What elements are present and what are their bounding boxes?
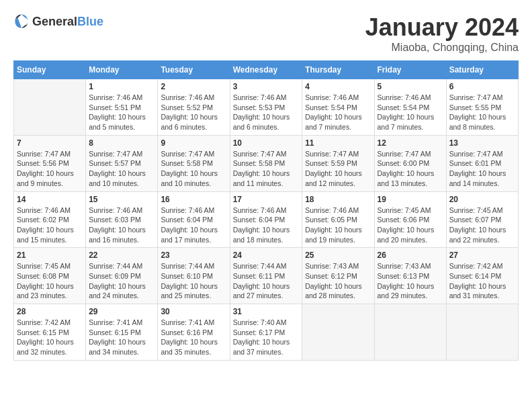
logo-icon <box>13 13 30 30</box>
calendar-cell: 12Sunrise: 7:47 AMSunset: 6:00 PMDayligh… <box>374 135 446 191</box>
calendar-cell: 23Sunrise: 7:44 AMSunset: 6:10 PMDayligh… <box>158 248 230 304</box>
day-info: Sunrise: 7:46 AMSunset: 5:53 PMDaylight:… <box>233 93 300 132</box>
week-row-5: 28Sunrise: 7:42 AMSunset: 6:15 PMDayligh… <box>14 304 519 361</box>
day-number: 16 <box>161 195 226 204</box>
day-info: Sunrise: 7:46 AMSunset: 5:51 PMDaylight:… <box>89 93 154 132</box>
day-number: 7 <box>17 138 83 148</box>
day-info: Sunrise: 7:46 AMSunset: 5:52 PMDaylight:… <box>161 93 226 132</box>
col-wednesday: Wednesday <box>230 61 302 79</box>
calendar-cell: 31Sunrise: 7:40 AMSunset: 6:17 PMDayligh… <box>230 304 302 361</box>
day-number: 14 <box>17 195 83 204</box>
calendar-cell: 30Sunrise: 7:41 AMSunset: 6:16 PMDayligh… <box>158 304 230 361</box>
day-info: Sunrise: 7:43 AMSunset: 6:13 PMDaylight:… <box>378 261 443 301</box>
calendar-cell <box>446 304 518 361</box>
day-number: 11 <box>305 138 371 148</box>
day-info: Sunrise: 7:40 AMSunset: 6:17 PMDaylight:… <box>233 318 300 357</box>
day-info: Sunrise: 7:45 AMSunset: 6:07 PMDaylight:… <box>449 205 515 245</box>
calendar-cell: 26Sunrise: 7:43 AMSunset: 6:13 PMDayligh… <box>374 248 446 304</box>
calendar-cell <box>302 304 374 361</box>
logo-general: General <box>32 15 77 28</box>
day-number: 18 <box>305 195 371 204</box>
day-number: 1 <box>89 82 154 91</box>
day-info: Sunrise: 7:47 AMSunset: 5:58 PMDaylight:… <box>161 149 226 189</box>
calendar-cell: 11Sunrise: 7:47 AMSunset: 5:59 PMDayligh… <box>302 135 374 191</box>
calendar-cell: 18Sunrise: 7:46 AMSunset: 6:05 PMDayligh… <box>302 191 374 248</box>
day-number: 10 <box>233 138 300 148</box>
calendar-title: January 2024 <box>365 13 519 42</box>
calendar-cell: 14Sunrise: 7:46 AMSunset: 6:02 PMDayligh… <box>14 191 86 248</box>
calendar-cell: 15Sunrise: 7:46 AMSunset: 6:03 PMDayligh… <box>86 191 158 248</box>
calendar-cell: 21Sunrise: 7:45 AMSunset: 6:08 PMDayligh… <box>14 248 86 304</box>
day-number: 31 <box>233 307 300 316</box>
calendar-cell: 13Sunrise: 7:47 AMSunset: 6:01 PMDayligh… <box>446 135 518 191</box>
calendar-cell: 22Sunrise: 7:44 AMSunset: 6:09 PMDayligh… <box>86 248 158 304</box>
day-number: 17 <box>233 195 300 204</box>
day-number: 8 <box>89 138 154 148</box>
day-info: Sunrise: 7:44 AMSunset: 6:09 PMDaylight:… <box>89 261 154 301</box>
week-row-3: 14Sunrise: 7:46 AMSunset: 6:02 PMDayligh… <box>14 191 519 248</box>
col-thursday: Thursday <box>302 61 374 79</box>
day-number: 27 <box>449 250 515 260</box>
col-monday: Monday <box>86 61 158 79</box>
day-number: 20 <box>449 195 515 204</box>
day-info: Sunrise: 7:47 AMSunset: 5:57 PMDaylight:… <box>89 149 154 189</box>
day-info: Sunrise: 7:47 AMSunset: 6:01 PMDaylight:… <box>449 149 515 189</box>
logo-text: GeneralBlue <box>32 15 103 29</box>
calendar-cell: 25Sunrise: 7:43 AMSunset: 6:12 PMDayligh… <box>302 248 374 304</box>
title-block: January 2024 Miaoba, Chongqing, China <box>365 13 519 54</box>
day-number: 26 <box>378 250 443 260</box>
col-saturday: Saturday <box>446 61 518 79</box>
calendar-cell: 9Sunrise: 7:47 AMSunset: 5:58 PMDaylight… <box>158 135 230 191</box>
calendar-cell: 27Sunrise: 7:42 AMSunset: 6:14 PMDayligh… <box>446 248 518 304</box>
calendar-cell: 7Sunrise: 7:47 AMSunset: 5:56 PMDaylight… <box>14 135 86 191</box>
day-info: Sunrise: 7:42 AMSunset: 6:15 PMDaylight:… <box>17 318 83 357</box>
day-number: 29 <box>89 307 154 316</box>
day-number: 5 <box>378 82 443 91</box>
week-row-4: 21Sunrise: 7:45 AMSunset: 6:08 PMDayligh… <box>14 248 519 304</box>
day-info: Sunrise: 7:46 AMSunset: 6:04 PMDaylight:… <box>233 205 300 245</box>
day-number: 15 <box>89 195 154 204</box>
day-info: Sunrise: 7:46 AMSunset: 5:54 PMDaylight:… <box>305 93 371 132</box>
calendar-cell: 4Sunrise: 7:46 AMSunset: 5:54 PMDaylight… <box>302 79 374 136</box>
day-number: 9 <box>161 138 226 148</box>
calendar-cell: 29Sunrise: 7:41 AMSunset: 6:15 PMDayligh… <box>86 304 158 361</box>
calendar-cell: 28Sunrise: 7:42 AMSunset: 6:15 PMDayligh… <box>14 304 86 361</box>
day-info: Sunrise: 7:46 AMSunset: 6:02 PMDaylight:… <box>17 205 83 245</box>
col-sunday: Sunday <box>14 61 86 79</box>
day-info: Sunrise: 7:46 AMSunset: 6:05 PMDaylight:… <box>305 205 371 245</box>
day-number: 3 <box>233 82 300 91</box>
page-header: GeneralBlue January 2024 Miaoba, Chongqi… <box>13 13 519 54</box>
week-row-1: 1Sunrise: 7:46 AMSunset: 5:51 PMDaylight… <box>14 79 519 136</box>
calendar-cell: 17Sunrise: 7:46 AMSunset: 6:04 PMDayligh… <box>230 191 302 248</box>
logo-blue: Blue <box>77 15 103 28</box>
day-info: Sunrise: 7:42 AMSunset: 6:14 PMDaylight:… <box>449 261 515 301</box>
calendar-cell: 19Sunrise: 7:45 AMSunset: 6:06 PMDayligh… <box>374 191 446 248</box>
day-info: Sunrise: 7:45 AMSunset: 6:08 PMDaylight:… <box>17 261 83 301</box>
logo: GeneralBlue <box>13 13 103 30</box>
col-tuesday: Tuesday <box>158 61 230 79</box>
calendar-cell <box>14 79 86 136</box>
calendar-cell: 2Sunrise: 7:46 AMSunset: 5:52 PMDaylight… <box>158 79 230 136</box>
day-number: 30 <box>161 307 226 316</box>
day-info: Sunrise: 7:47 AMSunset: 5:56 PMDaylight:… <box>17 149 83 189</box>
day-info: Sunrise: 7:44 AMSunset: 6:11 PMDaylight:… <box>233 261 300 301</box>
day-info: Sunrise: 7:47 AMSunset: 5:55 PMDaylight:… <box>449 93 515 132</box>
calendar-cell: 16Sunrise: 7:46 AMSunset: 6:04 PMDayligh… <box>158 191 230 248</box>
calendar-cell: 24Sunrise: 7:44 AMSunset: 6:11 PMDayligh… <box>230 248 302 304</box>
day-info: Sunrise: 7:45 AMSunset: 6:06 PMDaylight:… <box>378 205 443 245</box>
day-number: 24 <box>233 250 300 260</box>
day-number: 19 <box>378 195 443 204</box>
calendar-location: Miaoba, Chongqing, China <box>365 42 519 54</box>
calendar-cell: 1Sunrise: 7:46 AMSunset: 5:51 PMDaylight… <box>86 79 158 136</box>
day-number: 12 <box>378 138 443 148</box>
calendar-cell: 10Sunrise: 7:47 AMSunset: 5:58 PMDayligh… <box>230 135 302 191</box>
day-number: 28 <box>17 307 83 316</box>
day-info: Sunrise: 7:46 AMSunset: 6:03 PMDaylight:… <box>89 205 154 245</box>
day-info: Sunrise: 7:43 AMSunset: 6:12 PMDaylight:… <box>305 261 371 301</box>
calendar-cell: 20Sunrise: 7:45 AMSunset: 6:07 PMDayligh… <box>446 191 518 248</box>
calendar-cell: 5Sunrise: 7:46 AMSunset: 5:54 PMDaylight… <box>374 79 446 136</box>
calendar-header-row: Sunday Monday Tuesday Wednesday Thursday… <box>14 61 519 79</box>
day-info: Sunrise: 7:47 AMSunset: 5:59 PMDaylight:… <box>305 149 371 189</box>
day-info: Sunrise: 7:46 AMSunset: 5:54 PMDaylight:… <box>378 93 443 132</box>
day-info: Sunrise: 7:47 AMSunset: 6:00 PMDaylight:… <box>378 149 443 189</box>
